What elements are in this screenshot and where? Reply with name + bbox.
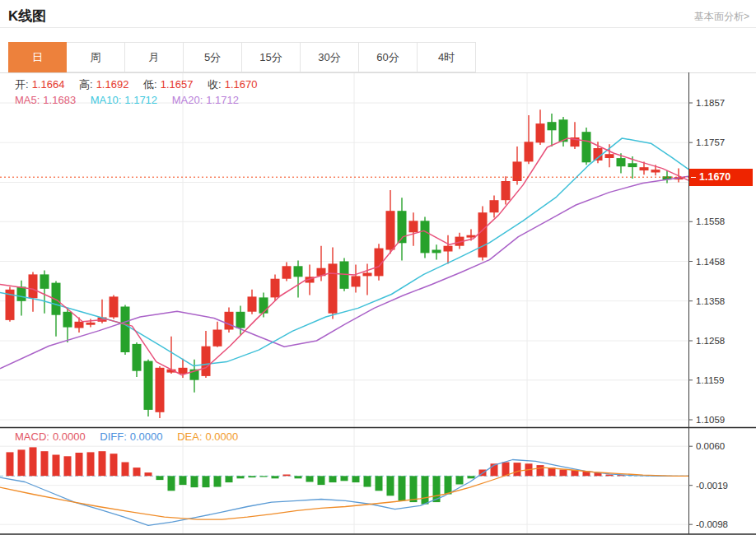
- close-value: 1.1670: [225, 78, 258, 91]
- macd-value: 0.0000: [53, 430, 86, 443]
- low-value: 1.1657: [161, 78, 194, 91]
- diff-value: 0.0000: [130, 430, 163, 443]
- price-axis-label: 1.1059: [696, 415, 725, 425]
- price-axis-label: 1.1458: [696, 257, 725, 267]
- low-label: 低:: [143, 78, 157, 91]
- macd-chart-area[interactable]: [0, 428, 688, 533]
- price-axis-label: 1.1857: [696, 98, 725, 108]
- diff-label: DIFF:: [100, 430, 127, 443]
- macd-axis-label: -0.0019: [696, 481, 728, 491]
- dea-value: 0.0000: [206, 430, 239, 443]
- ohlc-legend: 开:1.1664 高:1.1692 低:1.1657 收:1.1670: [15, 77, 260, 92]
- price-axis-label: 1.1558: [696, 216, 725, 226]
- open-value: 1.1664: [32, 78, 65, 91]
- ma5-label: MA5:: [15, 94, 40, 106]
- high-label: 高:: [79, 78, 93, 91]
- ma5-value: 1.1683: [43, 94, 76, 106]
- ma20-value: 1.1712: [206, 94, 239, 106]
- ma10-label: MA10:: [91, 94, 122, 106]
- close-label: 收:: [208, 78, 222, 91]
- main-chart-area[interactable]: [0, 72, 688, 427]
- open-label: 开:: [15, 78, 29, 91]
- price-tag-tick-icon: [691, 177, 696, 178]
- ma10-value: 1.1712: [124, 94, 157, 106]
- price-axis-label: 1.1159: [696, 375, 724, 385]
- macd-axis-label: 0.0060: [696, 441, 725, 451]
- last-price-value: 1.1670: [699, 171, 730, 183]
- macd-label: MACD:: [15, 430, 49, 443]
- price-axis-label: 1.1258: [696, 336, 725, 346]
- kline-widget: K线图 基本面分析> 日周月5分15分30分60分4时 1.18571.1757…: [0, 0, 756, 535]
- ma20-label: MA20:: [172, 94, 203, 106]
- ma-legend: MA5:1.1683 MA10:1.1712 MA20:1.1712: [15, 94, 242, 106]
- high-value: 1.1692: [96, 78, 129, 91]
- price-axis-label: 1.1358: [696, 296, 725, 306]
- dea-label: DEA:: [177, 430, 202, 443]
- macd-legend: MACD:0.0000 DIFF:0.0000 DEA:0.0000: [15, 430, 241, 443]
- last-price-tag: 1.1670: [689, 169, 753, 186]
- macd-axis-label: -0.0098: [696, 519, 728, 529]
- price-axis-label: 1.1757: [696, 137, 725, 147]
